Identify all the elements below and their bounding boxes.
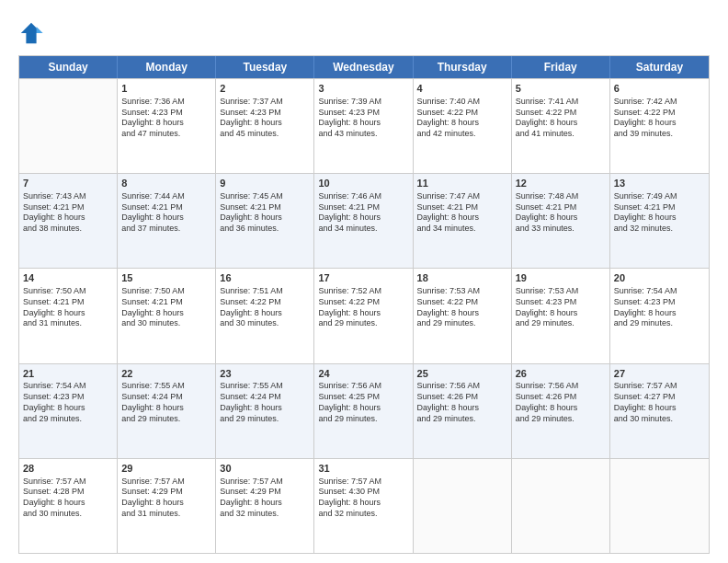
calendar-cell: 16Sunrise: 7:51 AMSunset: 4:22 PMDayligh… xyxy=(216,269,314,362)
day-number: 14 xyxy=(23,271,113,285)
day-number: 22 xyxy=(121,367,211,381)
sun-info: Sunrise: 7:56 AMSunset: 4:26 PMDaylight:… xyxy=(417,381,507,424)
day-number: 2 xyxy=(220,82,310,96)
calendar-cell: 31Sunrise: 7:57 AMSunset: 4:30 PMDayligh… xyxy=(314,459,413,553)
calendar-cell: 12Sunrise: 7:48 AMSunset: 4:21 PMDayligh… xyxy=(512,174,610,268)
calendar-cell: 24Sunrise: 7:56 AMSunset: 4:25 PMDayligh… xyxy=(314,364,413,458)
calendar-row: 14Sunrise: 7:50 AMSunset: 4:21 PMDayligh… xyxy=(19,268,709,362)
calendar-header-day: Monday xyxy=(118,56,216,78)
calendar-row: 21Sunrise: 7:54 AMSunset: 4:23 PMDayligh… xyxy=(19,363,709,458)
calendar-cell: 14Sunrise: 7:50 AMSunset: 4:21 PMDayligh… xyxy=(19,269,118,362)
sun-info: Sunrise: 7:51 AMSunset: 4:22 PMDaylight:… xyxy=(220,286,310,329)
sun-info: Sunrise: 7:56 AMSunset: 4:26 PMDaylight:… xyxy=(516,381,606,424)
sun-info: Sunrise: 7:52 AMSunset: 4:22 PMDaylight:… xyxy=(318,286,408,329)
calendar-cell: 19Sunrise: 7:53 AMSunset: 4:23 PMDayligh… xyxy=(512,269,610,362)
calendar-row: 1Sunrise: 7:36 AMSunset: 4:23 PMDaylight… xyxy=(19,78,709,173)
calendar-cell: 25Sunrise: 7:56 AMSunset: 4:26 PMDayligh… xyxy=(414,364,512,458)
sun-info: Sunrise: 7:42 AMSunset: 4:22 PMDaylight:… xyxy=(614,97,705,140)
calendar-cell: 10Sunrise: 7:46 AMSunset: 4:21 PMDayligh… xyxy=(314,174,413,268)
day-number: 21 xyxy=(23,367,113,381)
calendar-cell: 8Sunrise: 7:44 AMSunset: 4:21 PMDaylight… xyxy=(118,174,216,268)
sun-info: Sunrise: 7:55 AMSunset: 4:24 PMDaylight:… xyxy=(121,381,211,424)
calendar-cell xyxy=(610,459,709,553)
sun-info: Sunrise: 7:53 AMSunset: 4:22 PMDaylight:… xyxy=(417,286,507,329)
day-number: 9 xyxy=(220,177,310,190)
sun-info: Sunrise: 7:54 AMSunset: 4:23 PMDaylight:… xyxy=(614,286,705,329)
calendar-header-day: Thursday xyxy=(414,56,512,78)
sun-info: Sunrise: 7:43 AMSunset: 4:21 PMDaylight:… xyxy=(23,191,113,235)
calendar-cell: 27Sunrise: 7:57 AMSunset: 4:27 PMDayligh… xyxy=(610,364,709,458)
day-number: 5 xyxy=(516,82,606,96)
sun-info: Sunrise: 7:57 AMSunset: 4:27 PMDaylight:… xyxy=(614,381,705,424)
calendar-cell xyxy=(414,459,512,553)
calendar-cell: 18Sunrise: 7:53 AMSunset: 4:22 PMDayligh… xyxy=(414,269,512,362)
calendar-header-day: Tuesday xyxy=(216,56,314,78)
sun-info: Sunrise: 7:47 AMSunset: 4:21 PMDaylight:… xyxy=(417,191,507,235)
day-number: 19 xyxy=(516,271,606,285)
sun-info: Sunrise: 7:50 AMSunset: 4:21 PMDaylight:… xyxy=(23,286,113,329)
calendar-cell: 1Sunrise: 7:36 AMSunset: 4:23 PMDaylight… xyxy=(118,79,216,173)
day-number: 24 xyxy=(318,367,408,381)
calendar-cell: 26Sunrise: 7:56 AMSunset: 4:26 PMDayligh… xyxy=(512,364,610,458)
calendar-cell: 6Sunrise: 7:42 AMSunset: 4:22 PMDaylight… xyxy=(610,79,709,173)
calendar-cell: 9Sunrise: 7:45 AMSunset: 4:21 PMDaylight… xyxy=(216,174,314,268)
calendar-cell: 15Sunrise: 7:50 AMSunset: 4:21 PMDayligh… xyxy=(118,269,216,362)
sun-info: Sunrise: 7:57 AMSunset: 4:29 PMDaylight:… xyxy=(121,477,211,520)
calendar-header-day: Wednesday xyxy=(314,56,413,78)
sun-info: Sunrise: 7:57 AMSunset: 4:29 PMDaylight:… xyxy=(220,477,310,520)
day-number: 31 xyxy=(318,462,408,476)
logo-icon xyxy=(18,20,44,46)
calendar-cell: 28Sunrise: 7:57 AMSunset: 4:28 PMDayligh… xyxy=(19,459,118,553)
calendar-cell xyxy=(512,459,610,553)
sun-info: Sunrise: 7:53 AMSunset: 4:23 PMDaylight:… xyxy=(516,286,606,329)
sun-info: Sunrise: 7:41 AMSunset: 4:22 PMDaylight:… xyxy=(516,97,606,140)
calendar-cell: 21Sunrise: 7:54 AMSunset: 4:23 PMDayligh… xyxy=(19,364,118,458)
day-number: 18 xyxy=(417,271,507,285)
sun-info: Sunrise: 7:57 AMSunset: 4:28 PMDaylight:… xyxy=(23,477,113,520)
sun-info: Sunrise: 7:39 AMSunset: 4:23 PMDaylight:… xyxy=(318,97,408,140)
day-number: 20 xyxy=(614,271,705,285)
sun-info: Sunrise: 7:45 AMSunset: 4:21 PMDaylight:… xyxy=(220,191,310,235)
calendar-cell xyxy=(19,79,118,173)
logo xyxy=(18,20,48,46)
sun-info: Sunrise: 7:37 AMSunset: 4:23 PMDaylight:… xyxy=(220,97,310,140)
calendar-cell: 11Sunrise: 7:47 AMSunset: 4:21 PMDayligh… xyxy=(414,174,512,268)
day-number: 29 xyxy=(121,462,211,476)
day-number: 17 xyxy=(318,271,408,285)
sun-info: Sunrise: 7:57 AMSunset: 4:30 PMDaylight:… xyxy=(318,477,408,520)
day-number: 28 xyxy=(23,462,113,476)
calendar-body: 1Sunrise: 7:36 AMSunset: 4:23 PMDaylight… xyxy=(19,78,709,553)
sun-info: Sunrise: 7:50 AMSunset: 4:21 PMDaylight:… xyxy=(121,286,211,329)
day-number: 16 xyxy=(220,271,310,285)
day-number: 10 xyxy=(318,177,408,190)
sun-info: Sunrise: 7:49 AMSunset: 4:21 PMDaylight:… xyxy=(614,191,705,235)
day-number: 12 xyxy=(516,177,606,190)
calendar-cell: 29Sunrise: 7:57 AMSunset: 4:29 PMDayligh… xyxy=(118,459,216,553)
calendar-header-day: Friday xyxy=(512,56,610,78)
calendar-header-day: Saturday xyxy=(610,56,709,78)
day-number: 4 xyxy=(417,82,507,96)
calendar-cell: 5Sunrise: 7:41 AMSunset: 4:22 PMDaylight… xyxy=(512,79,610,173)
calendar-cell: 4Sunrise: 7:40 AMSunset: 4:22 PMDaylight… xyxy=(414,79,512,173)
header xyxy=(18,17,710,46)
calendar-cell: 30Sunrise: 7:57 AMSunset: 4:29 PMDayligh… xyxy=(216,459,314,553)
calendar-header-day: Sunday xyxy=(19,56,118,78)
page: SundayMondayTuesdayWednesdayThursdayFrid… xyxy=(0,0,728,563)
day-number: 13 xyxy=(614,177,705,190)
calendar-header-row: SundayMondayTuesdayWednesdayThursdayFrid… xyxy=(19,56,709,78)
day-number: 27 xyxy=(614,367,705,381)
day-number: 15 xyxy=(121,271,211,285)
day-number: 7 xyxy=(23,177,113,190)
calendar-cell: 3Sunrise: 7:39 AMSunset: 4:23 PMDaylight… xyxy=(314,79,413,173)
sun-info: Sunrise: 7:56 AMSunset: 4:25 PMDaylight:… xyxy=(318,381,408,424)
sun-info: Sunrise: 7:54 AMSunset: 4:23 PMDaylight:… xyxy=(23,381,113,424)
sun-info: Sunrise: 7:36 AMSunset: 4:23 PMDaylight:… xyxy=(121,97,211,140)
sun-info: Sunrise: 7:46 AMSunset: 4:21 PMDaylight:… xyxy=(318,191,408,235)
day-number: 11 xyxy=(417,177,507,190)
day-number: 30 xyxy=(220,462,310,476)
day-number: 8 xyxy=(121,177,211,190)
calendar-cell: 23Sunrise: 7:55 AMSunset: 4:24 PMDayligh… xyxy=(216,364,314,458)
calendar-cell: 22Sunrise: 7:55 AMSunset: 4:24 PMDayligh… xyxy=(118,364,216,458)
svg-marker-1 xyxy=(37,27,43,33)
sun-info: Sunrise: 7:40 AMSunset: 4:22 PMDaylight:… xyxy=(417,97,507,140)
